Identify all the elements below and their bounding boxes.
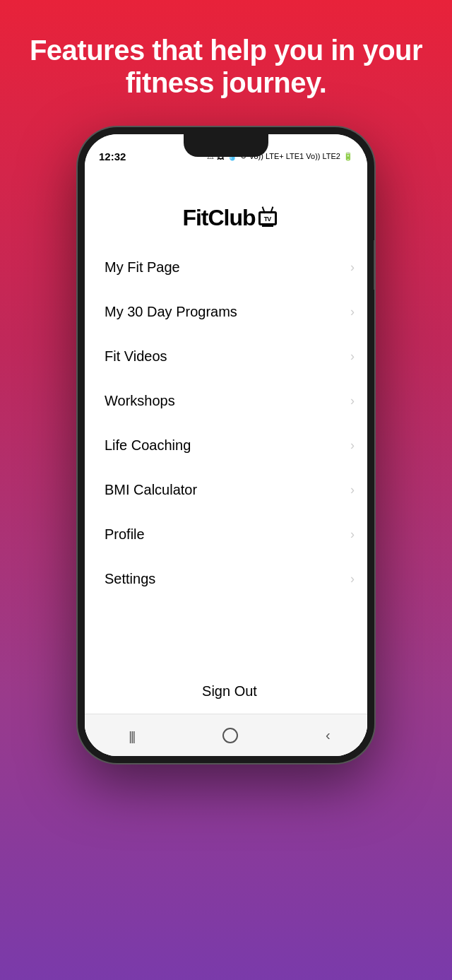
menu-item-label-30-day: My 30 Day Programs (105, 304, 237, 320)
logo-area: FitClub TV (85, 170, 367, 245)
sign-out-area: Sign Out (85, 666, 367, 714)
arrow-icon-workshops: › (350, 394, 355, 408)
menu-item-label-profile: Profile (105, 526, 145, 543)
back-chevron-icon: ‹ (326, 727, 331, 743)
phone-notch (184, 134, 268, 157)
lines-icon (129, 726, 134, 745)
menu-panel: FitClub TV (85, 170, 367, 756)
menu-item-my-30-day-programs[interactable]: My 30 Day Programs › (85, 290, 367, 334)
menu-item-label-workshops: Workshops (105, 393, 175, 409)
tv-label: TV (264, 216, 271, 223)
home-circle-icon (222, 728, 238, 743)
arrow-icon-fit-videos: › (350, 349, 355, 364)
menu-item-fit-videos[interactable]: Fit Videos › (85, 334, 367, 379)
arrow-icon-bmi: › (350, 483, 355, 497)
menu-item-my-fit-page[interactable]: My Fit Page › (85, 245, 367, 290)
menu-item-label-life-coaching: Life Coaching (105, 437, 191, 454)
menu-item-label-settings: Settings (105, 571, 155, 587)
menu-item-life-coaching[interactable]: Life Coaching › (85, 423, 367, 468)
tv-antenna-left (261, 206, 265, 213)
arrow-icon-settings: › (350, 572, 355, 586)
nav-lines-button[interactable] (114, 719, 148, 752)
battery-icon: 🔋 (343, 152, 353, 161)
menu-item-profile[interactable]: Profile › (85, 512, 367, 557)
nav-home-button[interactable] (208, 721, 252, 750)
hero-section: Features that help you in your fitness j… (0, 34, 452, 99)
arrow-icon-30-day: › (350, 305, 355, 319)
tv-screen-icon: TV (258, 211, 277, 225)
phone-mockup: 12:32 ⚠ 🖼 💧 ↻ Vo)) LTE+ LTE1 Vo)) LTE2 🔋 (78, 127, 374, 763)
logo-name: FitClub (182, 205, 255, 231)
menu-item-bmi-calculator[interactable]: BMI Calculator › (85, 468, 367, 512)
arrow-icon-my-fit-page: › (350, 260, 355, 275)
menu-list: My Fit Page › My 30 Day Programs › Fit V… (85, 245, 367, 666)
hero-title: Features that help you in your fitness j… (28, 34, 424, 99)
logo-tv-icon: TV (258, 211, 277, 225)
tv-antenna-right (270, 206, 273, 213)
arrow-icon-life-coaching: › (350, 438, 355, 453)
menu-item-label-my-fit-page: My Fit Page (105, 259, 180, 276)
nav-back-button[interactable]: ‹ (311, 720, 345, 750)
app-logo: FitClub TV (182, 205, 276, 231)
menu-item-settings[interactable]: Settings › (85, 557, 367, 601)
menu-item-label-bmi: BMI Calculator (105, 482, 197, 498)
screen-content: FitClub TV (85, 170, 367, 756)
bottom-nav: ‹ (85, 714, 367, 756)
sign-out-button[interactable]: Sign Out (202, 683, 257, 699)
menu-item-label-fit-videos: Fit Videos (105, 348, 167, 365)
phone-screen: 12:32 ⚠ 🖼 💧 ↻ Vo)) LTE+ LTE1 Vo)) LTE2 🔋 (85, 134, 367, 756)
phone-outer: 12:32 ⚠ 🖼 💧 ↻ Vo)) LTE+ LTE1 Vo)) LTE2 🔋 (78, 127, 374, 763)
menu-item-workshops[interactable]: Workshops › (85, 379, 367, 423)
status-time: 12:32 (99, 150, 126, 163)
arrow-icon-profile: › (350, 527, 355, 542)
